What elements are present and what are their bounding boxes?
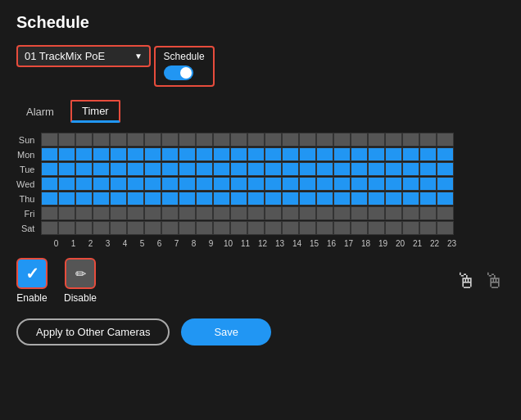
grid-cell[interactable]	[419, 177, 437, 191]
grid-cell[interactable]	[385, 162, 402, 176]
grid-cell[interactable]	[196, 162, 213, 176]
grid-cell[interactable]	[351, 177, 368, 191]
grid-cell[interactable]	[93, 147, 110, 161]
grid-cell[interactable]	[419, 133, 437, 147]
grid-cell[interactable]	[333, 221, 351, 235]
grid-cell[interactable]	[247, 162, 265, 176]
grid-cell[interactable]	[213, 177, 230, 191]
grid-cell[interactable]	[93, 192, 110, 205]
grid-cell[interactable]	[93, 177, 110, 191]
tab-timer[interactable]: Timer	[70, 100, 120, 123]
grid-cell[interactable]	[265, 147, 282, 161]
schedule-toggle[interactable]	[164, 65, 193, 80]
grid-cell[interactable]	[179, 162, 196, 176]
enable-icon-box[interactable]: ✓	[16, 258, 48, 289]
grid-cell[interactable]	[437, 192, 454, 205]
disable-icon-box[interactable]: ✏	[65, 258, 96, 289]
grid-cell[interactable]	[41, 192, 58, 205]
grid-cell[interactable]	[316, 206, 333, 220]
grid-cell[interactable]	[58, 162, 75, 176]
grid-cell[interactable]	[93, 133, 110, 147]
grid-cell[interactable]	[265, 221, 282, 235]
grid-cell[interactable]	[402, 206, 419, 220]
grid-cell[interactable]	[161, 192, 179, 205]
grid-cell[interactable]	[161, 177, 179, 191]
grid-cell[interactable]	[127, 162, 144, 176]
grid-cell[interactable]	[93, 206, 110, 220]
tab-alarm[interactable]: Alarm	[16, 102, 64, 121]
grid-cell[interactable]	[93, 221, 110, 235]
grid-cell[interactable]	[368, 133, 385, 147]
grid-cell[interactable]	[402, 177, 419, 191]
grid-cell[interactable]	[110, 133, 127, 147]
grid-cell[interactable]	[333, 177, 351, 191]
grid-cell[interactable]	[316, 147, 333, 161]
grid-cell[interactable]	[58, 147, 75, 161]
grid-cell[interactable]	[41, 221, 58, 235]
grid-cell[interactable]	[196, 192, 213, 205]
grid-cell[interactable]	[127, 133, 144, 147]
grid-cell[interactable]	[299, 133, 316, 147]
camera-select[interactable]: 01 TrackMix PoE 02 Camera 03 Camera	[25, 50, 131, 62]
grid-cell[interactable]	[144, 221, 161, 235]
grid-cell[interactable]	[299, 162, 316, 176]
grid-cell[interactable]	[75, 147, 93, 161]
grid-cell[interactable]	[282, 177, 299, 191]
grid-cell[interactable]	[419, 192, 437, 205]
grid-cell[interactable]	[385, 221, 402, 235]
grid-cell[interactable]	[213, 192, 230, 205]
grid-cell[interactable]	[247, 133, 265, 147]
grid-cell[interactable]	[247, 147, 265, 161]
grid-cell[interactable]	[213, 147, 230, 161]
grid-cell[interactable]	[419, 206, 437, 220]
grid-cell[interactable]	[144, 192, 161, 205]
grid-cell[interactable]	[247, 192, 265, 205]
grid-cell[interactable]	[402, 162, 419, 176]
grid-cell[interactable]	[385, 133, 402, 147]
grid-cell[interactable]	[75, 162, 93, 176]
grid-cell[interactable]	[333, 133, 351, 147]
grid-cell[interactable]	[179, 133, 196, 147]
grid-cell[interactable]	[265, 177, 282, 191]
grid-cell[interactable]	[368, 177, 385, 191]
grid-cell[interactable]	[437, 177, 454, 191]
grid-cell[interactable]	[161, 206, 179, 220]
grid-cell[interactable]	[437, 221, 454, 235]
grid-cell[interactable]	[75, 221, 93, 235]
grid-cell[interactable]	[265, 192, 282, 205]
grid-cell[interactable]	[230, 192, 247, 205]
grid-cell[interactable]	[144, 133, 161, 147]
grid-cell[interactable]	[213, 221, 230, 235]
grid-cell[interactable]	[41, 162, 58, 176]
grid-cell[interactable]	[333, 192, 351, 205]
grid-cell[interactable]	[93, 162, 110, 176]
cursor-pointer-icon[interactable]: 🖱	[455, 269, 477, 294]
grid-cell[interactable]	[316, 177, 333, 191]
grid-cell[interactable]	[247, 221, 265, 235]
grid-cell[interactable]	[437, 147, 454, 161]
grid-cell[interactable]	[161, 221, 179, 235]
grid-cell[interactable]	[179, 177, 196, 191]
grid-cell[interactable]	[75, 206, 93, 220]
grid-cell[interactable]	[265, 206, 282, 220]
grid-cell[interactable]	[351, 206, 368, 220]
grid-cell[interactable]	[316, 133, 333, 147]
grid-cell[interactable]	[230, 162, 247, 176]
grid-cell[interactable]	[196, 206, 213, 220]
grid-cell[interactable]	[333, 147, 351, 161]
grid-cell[interactable]	[110, 147, 127, 161]
grid-cell[interactable]	[196, 133, 213, 147]
grid-cell[interactable]	[110, 162, 127, 176]
grid-cell[interactable]	[144, 206, 161, 220]
grid-cell[interactable]	[265, 162, 282, 176]
grid-cell[interactable]	[230, 147, 247, 161]
grid-cell[interactable]	[247, 206, 265, 220]
apply-to-other-cameras-button[interactable]: Apply to Other Cameras	[16, 318, 170, 345]
grid-cell[interactable]	[75, 192, 93, 205]
grid-cell[interactable]	[41, 133, 58, 147]
grid-cell[interactable]	[58, 192, 75, 205]
grid-cell[interactable]	[230, 206, 247, 220]
grid-cell[interactable]	[75, 133, 93, 147]
grid-cell[interactable]	[179, 221, 196, 235]
grid-cell[interactable]	[265, 133, 282, 147]
